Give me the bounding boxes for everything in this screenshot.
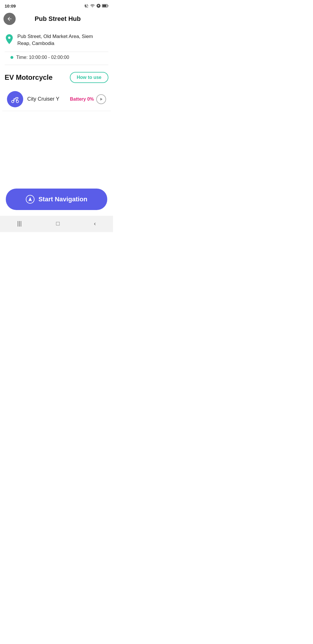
- wifi-icon: [90, 3, 95, 8]
- location-pin-icon: [5, 34, 14, 45]
- vehicle-name: City Cruiser Y: [27, 96, 66, 102]
- scooter-icon: [10, 94, 20, 104]
- back-button[interactable]: [3, 13, 16, 25]
- status-icons: [84, 3, 108, 8]
- vehicle-card: City Cruiser Y Battery 0%: [2, 88, 111, 111]
- ev-section-header: EV Motorcycle How to use: [0, 65, 113, 88]
- status-bar: 10:09: [0, 0, 113, 10]
- vehicle-icon-circle: [7, 91, 23, 107]
- location-address: Pub Street, Old Market Area, Siem Reap, …: [17, 33, 107, 47]
- android-menu-icon[interactable]: |||: [17, 220, 22, 227]
- status-time: 10:09: [5, 3, 16, 8]
- battery-icon: [102, 4, 108, 8]
- start-nav-label: Start Navigation: [39, 196, 88, 203]
- android-nav-bar: ||| □ ‹: [0, 216, 113, 232]
- location-section: Pub Street, Old Market Area, Siem Reap, …: [0, 27, 113, 52]
- time-label: Time: 10:00:00 - 02:00:00: [16, 55, 69, 60]
- svg-rect-1: [108, 5, 108, 6]
- how-to-use-button[interactable]: How to use: [70, 72, 108, 83]
- battery-info: Battery 0%: [70, 94, 106, 104]
- content-spacer: [0, 111, 113, 184]
- header: Pub Street Hub: [0, 10, 113, 27]
- svg-point-4: [16, 100, 19, 103]
- time-section: Time: 10:00:00 - 02:00:00: [5, 52, 108, 65]
- start-nav-container: Start Navigation: [0, 184, 113, 216]
- navigation-arrow-icon: [26, 195, 34, 204]
- time-dot-icon: [10, 56, 13, 59]
- mute-icon: [84, 3, 89, 8]
- svg-rect-2: [103, 5, 107, 7]
- battery-label: Battery 0%: [70, 97, 94, 102]
- android-home-icon[interactable]: □: [56, 220, 59, 227]
- page-title: Pub Street Hub: [19, 15, 108, 23]
- android-back-icon[interactable]: ‹: [94, 220, 96, 227]
- start-navigation-button[interactable]: Start Navigation: [6, 189, 107, 210]
- ev-section-title: EV Motorcycle: [5, 73, 52, 82]
- play-button[interactable]: [96, 94, 106, 104]
- blocked-icon: [96, 3, 101, 8]
